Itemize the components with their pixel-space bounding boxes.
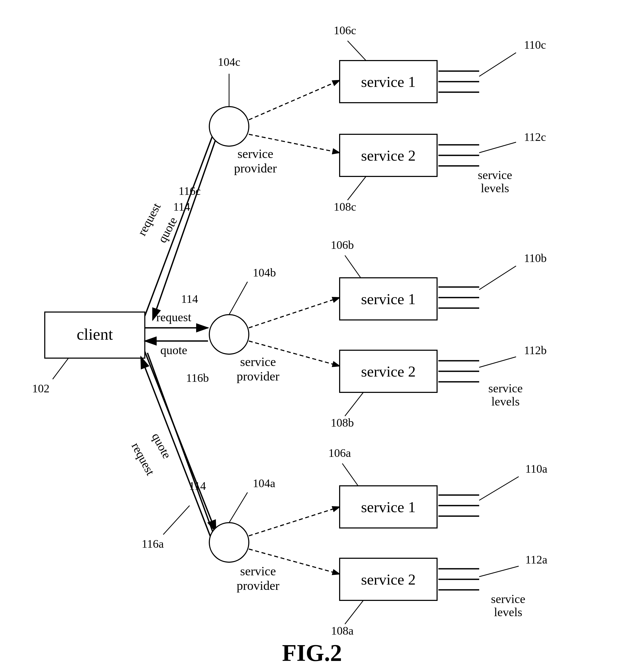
ref-116b: 116b: [186, 371, 209, 384]
service1b-label: service 1: [361, 290, 416, 308]
svg-line-19: [479, 566, 519, 577]
svg-line-15: [229, 492, 248, 523]
svg-line-5: [347, 41, 366, 60]
service1c-label: service 1: [361, 73, 416, 90]
ref-104c: 104c: [218, 56, 240, 69]
service2b-label: service 2: [361, 363, 416, 380]
ref-104b: 104b: [253, 266, 276, 279]
diagram: client 102 request quote 116c 114 104c s…: [0, 0, 624, 672]
svg-line-9: [229, 282, 248, 315]
request-label-middle: request: [156, 310, 191, 324]
svg-line-11: [479, 266, 516, 290]
svc-levels-a-1: service: [491, 592, 525, 605]
quote-line-upper: [153, 124, 221, 320]
ref-106b: 106b: [331, 238, 354, 252]
dashed-a-s1: [249, 507, 340, 536]
ref-106a: 106a: [328, 447, 351, 460]
svg-line-16: [342, 463, 358, 486]
provider-a-circle: [209, 523, 249, 562]
provider-b-label-2: provider: [237, 369, 280, 383]
ref-114-upper: 114: [173, 200, 190, 213]
svg-line-13: [479, 357, 516, 367]
ref-114-lower: 114: [189, 480, 206, 492]
svg-line-8: [479, 142, 516, 153]
provider-c-circle: [209, 107, 249, 146]
quote-label-lower: quote: [149, 431, 174, 461]
quote-label-upper: quote: [155, 215, 180, 245]
svg-line-18: [345, 600, 363, 624]
svc-levels-a-2: levels: [494, 605, 522, 619]
svg-line-14: [163, 506, 189, 535]
svc-levels-b-1: service: [488, 382, 523, 395]
svg-line-12: [345, 392, 363, 416]
ref-106c: 106c: [334, 24, 356, 37]
svg-line-3: [53, 358, 69, 379]
service1a-label: service 1: [361, 498, 416, 516]
ref-110a: 110a: [525, 462, 547, 475]
ref-116c: 116c: [179, 185, 201, 198]
provider-c-label-2: provider: [234, 161, 277, 175]
svg-line-7: [347, 176, 366, 200]
svc-levels-b-2: levels: [491, 395, 519, 408]
figure-label: FIG.2: [282, 640, 342, 666]
svg-line-10: [345, 255, 361, 278]
ref-108c: 108c: [334, 200, 356, 213]
quote-label-middle: quote: [160, 343, 187, 357]
ref-112a: 112a: [525, 553, 547, 566]
svg-line-17: [479, 476, 519, 500]
provider-a-label-2: provider: [237, 578, 280, 593]
ref-116a: 116a: [142, 538, 164, 550]
provider-b-circle: [209, 315, 249, 354]
ref-102: 102: [32, 382, 50, 395]
provider-c-label-1: service: [237, 147, 273, 161]
service2a-label: service 2: [361, 571, 416, 588]
dashed-b-s1: [249, 298, 340, 328]
ref-112c: 112c: [524, 131, 546, 144]
ref-114-middle: 114: [181, 292, 198, 306]
ref-112b: 112b: [524, 344, 547, 357]
provider-b-label-1: service: [240, 355, 276, 369]
ref-108b: 108b: [331, 416, 354, 429]
service2c-label: service 2: [361, 147, 416, 164]
svc-levels-c-1: service: [478, 168, 512, 182]
svc-levels-c-2: levels: [481, 181, 509, 195]
provider-a-label-1: service: [240, 564, 276, 578]
request-label-lower: request: [129, 440, 157, 477]
dashed-c-s1: [249, 80, 340, 120]
ref-110c: 110c: [524, 38, 546, 51]
svg-line-6: [479, 53, 516, 76]
ref-110b: 110b: [524, 252, 547, 265]
ref-104a: 104a: [253, 477, 276, 490]
client-label: client: [77, 325, 113, 343]
ref-108a: 108a: [331, 624, 354, 637]
